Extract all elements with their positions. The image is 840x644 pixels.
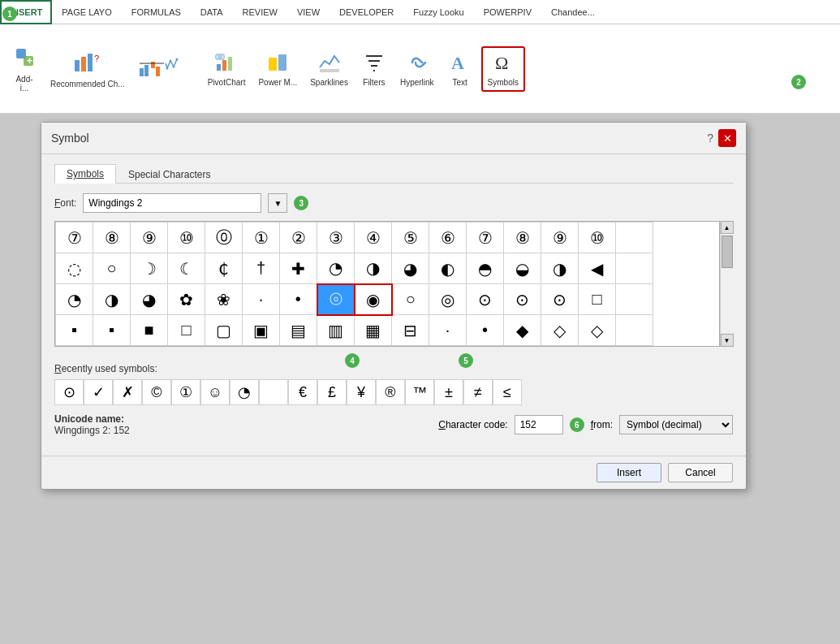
recent-symbol-cell[interactable]: ⊙ [54, 379, 84, 405]
scrollbar[interactable]: ▲ ▼ [720, 221, 733, 347]
symbol-cell[interactable]: ◕ [392, 253, 429, 284]
tab-powerpivot[interactable]: POWERPIV [474, 0, 541, 24]
symbol-cell[interactable]: ⑨ [541, 223, 579, 253]
recommended-button[interactable]: ? Recommended Ch... [45, 47, 130, 92]
tab-developer[interactable]: DEVELOPER [330, 0, 403, 24]
modal-help-button[interactable]: ? [707, 132, 713, 145]
recent-symbol-cell[interactable]: ® [376, 379, 405, 405]
symbol-cell[interactable]: ⑤ [392, 223, 429, 253]
addin-button[interactable]: + Add-i... [6, 42, 42, 96]
symbol-cell[interactable]: ③ [317, 223, 355, 253]
symbol-cell[interactable]: ⑦ [467, 223, 504, 253]
symbol-cell[interactable]: • [467, 315, 504, 346]
symbol-cell[interactable]: □ [168, 315, 205, 346]
symbol-cell[interactable]: · [243, 284, 280, 315]
cancel-button[interactable]: Cancel [668, 463, 733, 482]
insert-button[interactable]: Insert [597, 463, 661, 482]
tab-symbols[interactable]: Symbols [54, 164, 116, 184]
symbol-cell[interactable]: ☾ [168, 253, 205, 284]
symbol-cell[interactable]: ⑧ [504, 223, 541, 253]
symbol-cell[interactable]: ✿ [168, 284, 205, 315]
symbol-cell[interactable]: ○ [93, 253, 131, 284]
symbol-cell[interactable]: ⊙ [541, 284, 579, 315]
symbol-cell[interactable] [616, 253, 653, 284]
symbol-cell[interactable]: ◓ [467, 253, 504, 284]
symbol-cell[interactable]: ▦ [355, 315, 392, 346]
text-button[interactable]: A Text [442, 48, 478, 90]
font-dropdown-button[interactable]: ▼ [268, 193, 287, 213]
symbol-cell[interactable]: † [243, 253, 280, 284]
symbol-cell[interactable]: ◀ [579, 253, 616, 284]
symbol-cell[interactable]: ⑩ [168, 223, 205, 253]
scroll-up-button[interactable]: ▲ [721, 221, 734, 234]
symbol-cell[interactable]: ◕ [131, 284, 168, 315]
symbol-cell[interactable]: □ [579, 284, 616, 315]
recent-symbol-cell[interactable]: ≤ [493, 379, 522, 405]
power-button[interactable]: Power M... [253, 48, 302, 90]
symbol-cell[interactable]: ⑩ [579, 223, 616, 253]
symbol-cell[interactable]: ◑ [541, 253, 579, 284]
symbol-cell[interactable]: ◇ [541, 315, 579, 346]
symbol-cell[interactable]: · [429, 315, 467, 346]
tab-formulas[interactable]: FORMULAS [122, 0, 191, 24]
symbol-cell[interactable]: ■ [131, 315, 168, 346]
recent-symbol-cell[interactable]: ☺ [200, 379, 230, 405]
symbol-cell[interactable]: ⑧ [93, 223, 131, 253]
tab-special-chars[interactable]: Special Characters [116, 164, 222, 184]
symbol-cell[interactable]: ▤ [280, 315, 317, 346]
symbol-cell[interactable]: ◔ [317, 253, 355, 284]
modal-close-button[interactable]: ✕ [718, 129, 736, 147]
symbol-cell[interactable]: ❀ [205, 284, 243, 315]
symbol-cell[interactable]: ⦾ [317, 284, 355, 315]
symbol-cell[interactable]: ⑥ [429, 223, 467, 253]
tab-user[interactable]: Chandee... [541, 0, 605, 24]
scroll-thumb[interactable] [722, 236, 733, 268]
symbol-cell[interactable]: ◑ [93, 284, 131, 315]
scroll-down-button[interactable]: ▼ [721, 334, 734, 347]
symbol-cell[interactable]: ◇ [579, 315, 616, 346]
filters-button[interactable]: Filters [356, 48, 392, 90]
recent-symbol-cell[interactable]: ✗ [113, 379, 142, 405]
symbol-cell[interactable]: ▪ [56, 315, 93, 346]
symbol-cell[interactable]: ◌ [56, 253, 93, 284]
symbols-button[interactable]: Ω Symbols [481, 46, 525, 92]
recent-symbol-cell[interactable]: ¥ [347, 379, 376, 405]
symbol-cell[interactable]: ☽ [131, 253, 168, 284]
tab-fuzzy[interactable]: Fuzzy Looku [403, 0, 473, 24]
tab-review[interactable]: REVIEW [233, 0, 287, 24]
symbol-cell[interactable]: ④ [355, 223, 392, 253]
symbol-cell[interactable] [616, 284, 653, 315]
symbol-cell[interactable]: ◉ [355, 284, 392, 315]
symbol-cell[interactable]: ○ [392, 284, 429, 315]
symbol-cell[interactable]: ▣ [243, 315, 280, 346]
symbol-cell[interactable]: ⑨ [131, 223, 168, 253]
recent-symbol-cell[interactable]: ✓ [84, 379, 113, 405]
recent-symbol-cell[interactable]: € [288, 379, 317, 405]
recent-symbol-cell[interactable]: ◔ [230, 379, 259, 405]
sparklines-button[interactable]: Sparklines [305, 48, 353, 90]
symbol-cell[interactable]: ⑦ [56, 223, 93, 253]
recent-symbol-cell[interactable]: £ [317, 379, 347, 405]
recent-symbol-cell[interactable]: ≠ [463, 379, 493, 405]
tab-view[interactable]: VIEW [287, 0, 330, 24]
from-select[interactable]: Symbol (decimal) Unicode (hex) ASCII (de… [619, 415, 733, 434]
recent-symbol-cell[interactable] [259, 379, 288, 405]
symbol-cell[interactable] [616, 315, 653, 346]
symbol-cell[interactable]: ◒ [504, 253, 541, 284]
recent-symbol-cell[interactable]: ① [171, 379, 200, 405]
symbol-cell[interactable]: ◆ [504, 315, 541, 346]
symbol-cell[interactable]: ▪ [93, 315, 131, 346]
symbol-cell[interactable]: ◑ [355, 253, 392, 284]
recent-symbol-cell[interactable]: ± [434, 379, 463, 405]
symbol-cell[interactable]: ⊙ [467, 284, 504, 315]
tab-pagelayout[interactable]: PAGE LAYO [52, 0, 121, 24]
symbol-cell[interactable]: ② [280, 223, 317, 253]
chart-types-button[interactable] [133, 54, 200, 85]
symbol-cell[interactable]: ⊟ [392, 315, 429, 346]
hyperlink-button[interactable]: Hyperlink [395, 48, 439, 90]
symbol-cell[interactable]: ₵ [205, 253, 243, 284]
symbol-cell[interactable]: ▥ [317, 315, 355, 346]
pivotchart-button[interactable]: PivotChart [203, 48, 251, 90]
font-input[interactable] [83, 193, 261, 213]
symbol-cell[interactable]: ▢ [205, 315, 243, 346]
